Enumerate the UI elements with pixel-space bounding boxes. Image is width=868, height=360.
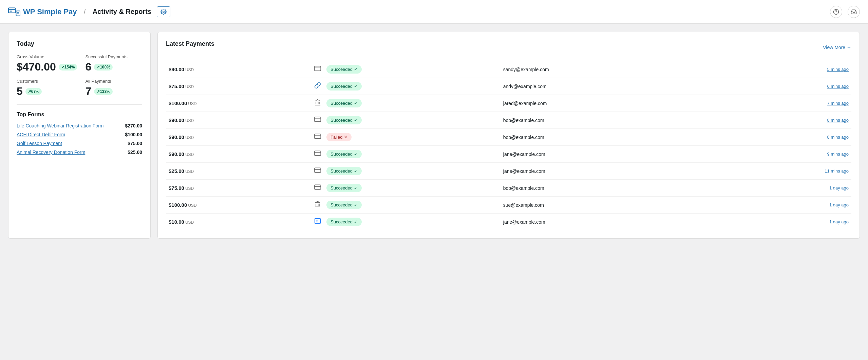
stat-customers-value: 5 (17, 85, 23, 98)
payment-email: jane@example.com (501, 146, 723, 163)
payment-status-cell: Succeeded ✓ (324, 112, 501, 129)
help-button[interactable] (830, 6, 842, 18)
form-link[interactable]: Golf Lesson Payment (17, 141, 62, 146)
payment-email: jared@example.com (501, 95, 723, 112)
table-row: $75.00USD Succeeded ✓ bob@example.com 1 … (166, 180, 851, 197)
header-separator: / (84, 7, 86, 16)
settings-button[interactable] (157, 6, 170, 17)
payment-icon-cell (312, 61, 324, 78)
table-row: $90.00USD Succeeded ✓ bob@example.com 8 … (166, 112, 851, 129)
payment-method-icon: 支 (314, 219, 321, 226)
logo-text: WP Simple Pay (23, 7, 77, 16)
stat-gross-volume-badge: ↗154% (59, 64, 77, 71)
payment-method-icon (314, 151, 321, 158)
payment-method-icon (314, 134, 321, 141)
payment-icon-cell (312, 112, 324, 129)
svg-text:支: 支 (316, 220, 319, 223)
table-row: $90.00USD Failed ✕ bob@example.com 8 min… (166, 129, 851, 146)
payment-amount: $90.00USD (166, 61, 312, 78)
payment-time[interactable]: 1 day ago (723, 214, 851, 231)
svg-rect-3 (16, 11, 20, 16)
payment-icon-cell (312, 163, 324, 180)
payments-title: Latest Payments (166, 40, 214, 47)
payment-time[interactable]: 7 mins ago (723, 95, 851, 112)
payment-method-icon (314, 66, 321, 73)
payment-method-icon (314, 202, 321, 209)
payment-time[interactable]: 9 mins ago (723, 146, 851, 163)
payment-time[interactable]: 1 day ago (723, 197, 851, 214)
today-card: Today Gross Volume $470.00 ↗154% Success… (8, 32, 151, 239)
payment-amount: $100.00USD (166, 95, 312, 112)
status-badge: Succeeded ✓ (326, 184, 362, 192)
stat-all-payments: All Payments 7 ↗133% (85, 79, 142, 98)
stat-successful-payments-badge: ↗100% (94, 64, 113, 71)
svg-rect-2 (10, 11, 12, 12)
payment-email: sandy@example.com (501, 61, 723, 78)
payment-time[interactable]: 8 mins ago (723, 129, 851, 146)
status-badge: Succeeded ✓ (326, 218, 362, 226)
view-more-link[interactable]: View More → (823, 45, 851, 50)
form-list-item: Life Coaching Webinar Registration Form … (17, 123, 142, 128)
stat-customers-label: Customers (17, 79, 77, 84)
payment-status-cell: Succeeded ✓ (324, 197, 501, 214)
stat-gross-volume-value: $470.00 (17, 61, 56, 73)
payment-time[interactable]: 11 mins ago (723, 163, 851, 180)
svg-marker-16 (315, 100, 320, 101)
payment-icon-cell (312, 146, 324, 163)
payment-status-cell: Succeeded ✓ (324, 61, 501, 78)
stat-all-payments-label: All Payments (85, 79, 142, 84)
payment-method-icon (314, 83, 321, 90)
payment-status-cell: Succeeded ✓ (324, 214, 501, 231)
payment-time[interactable]: 1 day ago (723, 180, 851, 197)
stat-customers: Customers 5 ↗67% (17, 79, 77, 98)
form-link[interactable]: Animal Recovery Donation Form (17, 149, 85, 155)
payment-email: jane@example.com (501, 163, 723, 180)
payment-email: andy@example.com (501, 78, 723, 95)
header: WP Simple Pay / Activity & Reports (0, 0, 868, 24)
form-amount: $75.00 (128, 141, 142, 146)
table-row: $10.00USD 支 Succeeded ✓ jane@example.com… (166, 214, 851, 231)
stat-gross-volume: Gross Volume $470.00 ↗154% (17, 54, 77, 73)
svg-rect-0 (8, 8, 16, 13)
status-badge: Succeeded ✓ (326, 99, 362, 107)
stat-successful-payments-label: Successful Payments (85, 54, 142, 59)
payment-method-icon (314, 168, 321, 175)
form-link[interactable]: Life Coaching Webinar Registration Form (17, 123, 104, 128)
svg-rect-21 (315, 151, 321, 155)
payment-method-icon (314, 100, 321, 107)
inbox-button[interactable] (848, 6, 860, 18)
top-forms-title: Top Forms (17, 112, 142, 118)
form-link[interactable]: ACH Direct Debit Form (17, 132, 65, 137)
payment-icon-cell (312, 129, 324, 146)
divider (17, 104, 142, 105)
payment-icon-cell (312, 78, 324, 95)
payments-table: $90.00USD Succeeded ✓ sandy@example.com … (166, 61, 851, 230)
payment-email: bob@example.com (501, 129, 723, 146)
stat-customers-badge: ↗67% (25, 88, 42, 95)
payment-amount: $75.00USD (166, 180, 312, 197)
payment-status-cell: Succeeded ✓ (324, 163, 501, 180)
status-badge: Succeeded ✓ (326, 201, 362, 209)
payment-time[interactable]: 5 mins ago (723, 61, 851, 78)
payment-time[interactable]: 6 mins ago (723, 78, 851, 95)
stat-successful-payments: Successful Payments 6 ↗100% (85, 54, 142, 73)
payment-time[interactable]: 8 mins ago (723, 112, 851, 129)
svg-rect-17 (315, 117, 321, 121)
stats-grid: Gross Volume $470.00 ↗154% Successful Pa… (17, 54, 142, 98)
payment-method-icon (314, 185, 321, 192)
form-list-item: ACH Direct Debit Form $100.00 (17, 132, 142, 137)
form-list-item: Animal Recovery Donation Form $25.00 (17, 149, 142, 155)
status-badge: Succeeded ✓ (326, 116, 362, 124)
payment-status-cell: Succeeded ✓ (324, 146, 501, 163)
svg-rect-9 (315, 66, 321, 71)
page-title: Activity & Reports (93, 8, 151, 16)
status-badge: Succeeded ✓ (326, 150, 362, 158)
payment-status-cell: Succeeded ✓ (324, 95, 501, 112)
logo[interactable]: WP Simple Pay (8, 7, 77, 17)
header-right (830, 6, 860, 18)
payment-status-cell: Failed ✕ (324, 129, 501, 146)
payment-amount: $90.00USD (166, 146, 312, 163)
stat-all-payments-badge: ↗133% (94, 88, 113, 95)
payment-icon-cell (312, 95, 324, 112)
table-row: $25.00USD Succeeded ✓ jane@example.com 1… (166, 163, 851, 180)
